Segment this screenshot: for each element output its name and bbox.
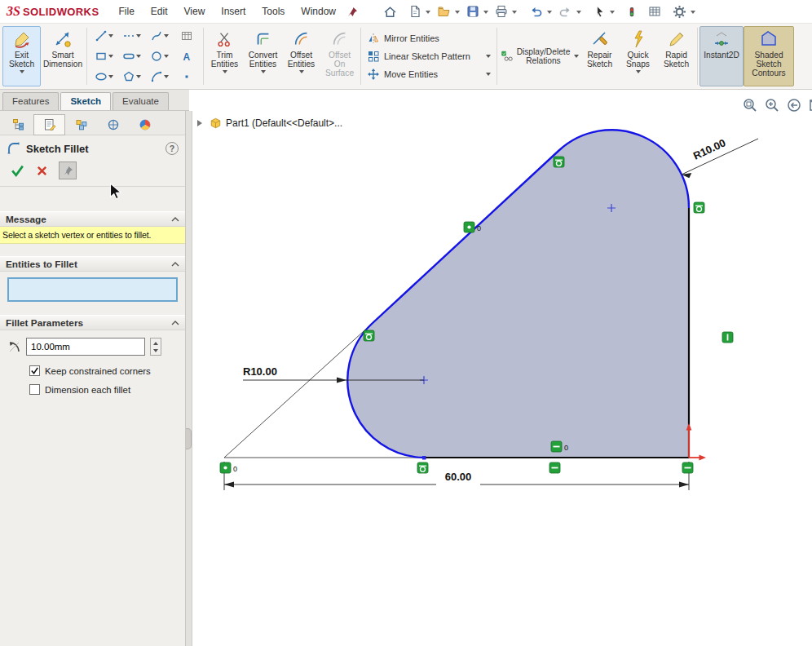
message-group-header[interactable]: Message [0,211,185,227]
dropdown-caret-icon[interactable] [426,11,430,16]
dimension-radius-left-text[interactable]: R10.00 [243,365,277,378]
smart-dimension-button[interactable]: Smart Dimension [41,26,85,86]
dropdown-caret-icon[interactable] [20,70,24,76]
circle-tool-button[interactable] [145,46,173,67]
repair-sketch-button[interactable]: Repair Sketch [580,26,619,86]
dropdown-caret-icon[interactable] [547,11,552,16]
menu-view[interactable]: View [176,2,214,21]
dimension-radius-top-text[interactable]: R10.00 [691,136,727,162]
exit-sketch-button[interactable]: Exit Sketch [2,26,41,86]
section-view-button[interactable] [808,97,812,113]
collapse-chevron-icon[interactable] [171,216,179,222]
panel-splitter[interactable] [186,111,192,646]
menu-window[interactable]: Window [293,2,344,21]
menu-tools[interactable]: Tools [254,2,293,21]
dropdown-caret-icon[interactable] [486,55,491,60]
tab-displaymanager[interactable] [129,114,161,135]
spline-tool-button[interactable] [145,26,173,46]
keep-visible-pin-button[interactable] [59,162,77,179]
rectangle-tool-button[interactable] [90,46,117,67]
collapse-chevron-icon[interactable] [171,320,179,325]
relation-tangent-icon[interactable] [417,462,428,473]
dropdown-caret-icon[interactable] [136,55,141,60]
arc-tool-button[interactable] [145,67,173,87]
dropdown-caret-icon[interactable] [576,11,581,16]
dropdown-caret-icon[interactable] [299,70,304,76]
breadcrumb-expand-icon[interactable] [197,120,205,126]
dropdown-caret-icon[interactable] [455,11,460,16]
fillet-radius-input[interactable] [26,338,145,356]
rapid-sketch-button[interactable]: Rapid Sketch [657,26,695,86]
dimension-radius-top[interactable]: R10.00 [682,136,758,178]
relation-vertical-icon[interactable] [722,332,733,343]
dropdown-caret-icon[interactable] [636,70,641,76]
menu-pin-button[interactable] [347,7,358,17]
tab-features[interactable]: Features [2,92,59,110]
relation-tangent-icon[interactable] [554,157,564,167]
tab-configurationmanager[interactable] [65,114,97,135]
relation-coincident-icon[interactable] [220,462,231,473]
sketch-point[interactable] [422,456,426,460]
breadcrumb[interactable]: Part1 (Default<<Default>... [197,117,342,129]
relation-tangent-icon[interactable] [364,330,374,341]
dropdown-caret-icon[interactable] [164,55,169,60]
menu-insert[interactable]: Insert [213,2,254,21]
dropdown-caret-icon[interactable] [108,55,113,60]
dropdown-caret-icon[interactable] [486,73,491,78]
dropdown-caret-icon[interactable] [261,70,266,76]
collapse-chevron-icon[interactable] [171,261,179,267]
menu-file[interactable]: File [110,2,142,21]
menu-edit[interactable]: Edit [143,2,176,21]
dropdown-caret-icon[interactable] [223,70,227,76]
tab-dimxpertmanager[interactable] [97,114,129,135]
save-button[interactable] [464,3,482,20]
centerline-tool-button[interactable] [117,26,145,46]
keep-constrained-checkbox[interactable] [29,365,40,376]
linear-sketch-pattern-button[interactable]: Linear Sketch Pattern [367,50,491,63]
relation-coincident-icon[interactable] [464,222,474,232]
tab-sketch[interactable]: Sketch [60,92,111,110]
sketch-canvas[interactable]: 60.00 R10.00 R10.00 [192,90,812,646]
tab-evaluate[interactable]: Evaluate [113,92,169,110]
zoom-to-area-button[interactable] [764,97,780,113]
dropdown-caret-icon[interactable] [108,34,113,40]
dropdown-caret-icon[interactable] [136,34,141,40]
dropdown-caret-icon[interactable] [610,11,615,16]
file-properties-button[interactable] [646,3,664,20]
dimension-width[interactable]: 60.00 [224,462,689,490]
cancel-button[interactable] [36,165,48,177]
shaded-sketch-contours-button[interactable]: Shaded Sketch Contours [744,26,794,86]
tab-propertymanager[interactable] [33,114,65,135]
dimension-width-text[interactable]: 60.00 [445,471,472,483]
dropdown-caret-icon[interactable] [136,75,141,81]
entities-group-header[interactable]: Entities to Fillet [0,256,185,272]
dimension-each-checkbox[interactable] [29,384,40,395]
select-button[interactable] [591,3,608,20]
new-document-button[interactable] [406,3,424,20]
dropdown-caret-icon[interactable] [483,11,488,16]
text-tool-button[interactable]: A [173,46,201,67]
fillet-parameters-group-header[interactable]: Fillet Parameters [0,315,185,330]
offset-entities-button[interactable]: Offset Entities [282,26,320,86]
open-button[interactable] [435,3,453,20]
relation-horizontal-icon[interactable] [549,462,560,473]
redo-button[interactable] [556,3,575,20]
entities-selection-box[interactable] [7,277,178,302]
mirror-entities-button[interactable]: Mirror Entities [367,32,491,45]
rebuild-button[interactable] [624,3,639,20]
dropdown-caret-icon[interactable] [108,75,113,81]
previous-view-button[interactable] [786,97,802,113]
undo-button[interactable] [527,3,545,20]
ellipse-tool-button[interactable] [90,67,117,87]
dropdown-caret-icon[interactable] [164,34,169,40]
trim-entities-button[interactable]: Trim Entities [205,26,244,86]
relation-horizontal-icon[interactable] [682,462,693,473]
zoom-to-fit-button[interactable] [742,97,758,113]
help-button[interactable]: ? [165,142,179,155]
graphics-viewport[interactable]: Part1 (Default<<Default>... [192,90,812,646]
radius-spinner-down[interactable] [151,347,161,355]
dropdown-caret-icon[interactable] [574,55,579,60]
relation-tangent-icon[interactable] [694,202,704,213]
move-entities-button[interactable]: Move Entities [367,68,491,81]
polygon-tool-button[interactable] [117,67,145,87]
